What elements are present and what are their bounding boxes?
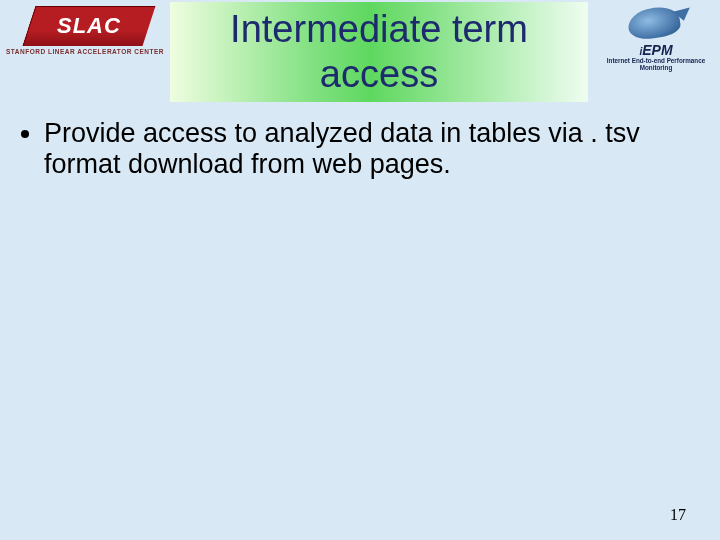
slide-title: Intermediate term access	[180, 7, 578, 97]
dolphin-icon	[622, 4, 690, 44]
bullet-list: Provide access to analyzed data in table…	[20, 118, 700, 180]
slide-body: Provide access to analyzed data in table…	[20, 118, 700, 190]
slac-logo: SLAC STANFORD LINEAR ACCELERATOR CENTER	[6, 6, 164, 55]
iepm-brand-main: EPM	[642, 42, 672, 58]
iepm-logo: iEPM Internet End-to-end Performance Mon…	[596, 4, 716, 72]
iepm-subline: Internet End-to-end Performance Monitori…	[596, 58, 716, 72]
title-background: Intermediate term access	[170, 2, 588, 102]
bullet-item: Provide access to analyzed data in table…	[44, 118, 700, 180]
iepm-brand: iEPM	[639, 42, 672, 58]
header: SLAC STANFORD LINEAR ACCELERATOR CENTER …	[0, 0, 720, 105]
slac-mark: SLAC	[23, 6, 156, 46]
slac-strapline: STANFORD LINEAR ACCELERATOR CENTER	[5, 48, 165, 55]
slide: SLAC STANFORD LINEAR ACCELERATOR CENTER …	[0, 0, 720, 540]
slac-mark-text: SLAC	[57, 13, 121, 39]
page-number: 17	[670, 506, 686, 524]
